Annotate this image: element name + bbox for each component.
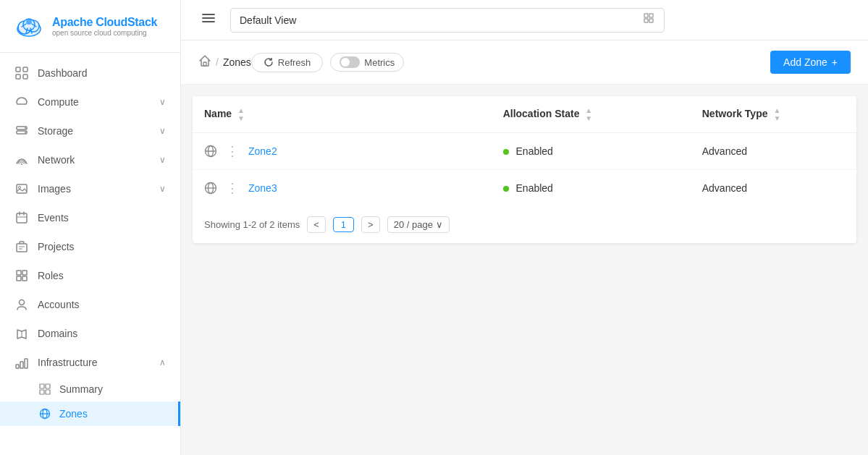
zone-ellipsis[interactable]: ⋮: [226, 180, 240, 196]
sidebar-item-dashboard[interactable]: Dashboard: [0, 59, 180, 88]
add-zone-icon: +: [832, 56, 838, 68]
logo: Apache CloudStack open source cloud comp…: [0, 0, 180, 53]
sidebar-item-label: Dashboard: [38, 67, 166, 79]
zones-table: Name ▲▼ Allocation State ▲▼ Network Type…: [193, 96, 856, 206]
next-page-button[interactable]: >: [361, 216, 380, 233]
page-1-button[interactable]: 1: [333, 217, 354, 232]
sidebar-menu: Dashboard Compute ∨ Storage ∨ Network ∨: [0, 53, 180, 455]
sidebar-item-label: Summary: [59, 383, 103, 395]
sidebar: Apache CloudStack open source cloud comp…: [0, 0, 181, 455]
menu-toggle-button[interactable]: [195, 8, 222, 32]
metrics-toggle[interactable]: Metrics: [330, 53, 404, 72]
app-subtitle: open source cloud computing: [52, 29, 157, 37]
sidebar-item-projects[interactable]: Projects: [0, 232, 180, 261]
chevron-up-icon: ∧: [159, 357, 166, 367]
svg-rect-49: [649, 19, 653, 22]
view-select-dropdown[interactable]: Default View: [230, 8, 665, 33]
sidebar-item-accounts[interactable]: Accounts: [0, 290, 180, 319]
refresh-button[interactable]: Refresh: [251, 53, 324, 72]
status-dot: [503, 186, 509, 192]
sidebar-item-storage[interactable]: Storage ∨: [0, 116, 180, 145]
sidebar-item-label: Storage: [38, 125, 159, 137]
zones-icon: [38, 408, 52, 420]
svg-rect-29: [17, 276, 21, 281]
sidebar-item-images[interactable]: Images ∨: [0, 174, 180, 203]
svg-rect-34: [20, 362, 23, 368]
sidebar-item-label: Compute: [38, 96, 159, 108]
zone-link[interactable]: Zone2: [248, 145, 277, 157]
sidebar-item-label: Roles: [38, 270, 166, 281]
dashboard-icon: [14, 66, 29, 80]
chevron-down-icon: ∨: [159, 155, 166, 165]
zone-ellipsis[interactable]: ⋮: [226, 143, 240, 159]
zone-name-cell: ⋮ Zone3: [193, 170, 492, 207]
sidebar-item-label: Accounts: [38, 299, 166, 310]
logo-text: Apache CloudStack open source cloud comp…: [52, 16, 157, 37]
svg-rect-33: [16, 365, 19, 368]
sidebar-item-label: Network: [38, 154, 159, 166]
allocation-state-cell: Enabled: [492, 170, 691, 207]
sidebar-item-summary[interactable]: Summary: [0, 377, 180, 401]
breadcrumb-bar: / Zones Refresh Metrics Add Zone +: [181, 41, 868, 85]
showing-text: Showing 1-2 of 2 items: [204, 219, 300, 230]
sidebar-item-zones[interactable]: Zones: [0, 401, 180, 426]
toggle-knob: [341, 58, 350, 67]
compute-icon: [14, 95, 29, 109]
grid-view-icon: [644, 13, 655, 27]
svg-rect-35: [25, 359, 28, 368]
svg-rect-28: [22, 271, 27, 275]
col-header-network-type[interactable]: Network Type ▲▼: [691, 96, 856, 133]
per-page-chevron: ∨: [436, 219, 443, 230]
sidebar-item-events[interactable]: Events: [0, 203, 180, 232]
home-button[interactable]: [198, 54, 211, 70]
status-dot: [503, 149, 509, 155]
zones-table-container: Name ▲▼ Allocation State ▲▼ Network Type…: [193, 96, 856, 243]
network-icon: [14, 153, 29, 167]
sort-arrows-network: ▲▼: [773, 106, 780, 122]
svg-rect-37: [46, 384, 50, 388]
domains-icon: [14, 326, 29, 341]
sidebar-item-label: Zones: [59, 408, 88, 420]
globe-icon: [204, 145, 217, 158]
sidebar-item-roles[interactable]: Roles: [0, 261, 180, 290]
allocation-state-value: Enabled: [516, 182, 553, 194]
refresh-label: Refresh: [278, 57, 311, 68]
sidebar-item-compute[interactable]: Compute ∨: [0, 88, 180, 116]
sidebar-item-label: Events: [38, 212, 166, 224]
col-header-name[interactable]: Name ▲▼: [193, 96, 492, 133]
storage-icon: [14, 124, 29, 138]
topbar: Default View: [181, 0, 868, 41]
zone-link[interactable]: Zone3: [248, 182, 277, 194]
svg-rect-46: [644, 14, 648, 17]
prev-page-button[interactable]: <: [307, 216, 326, 233]
globe-icon: [204, 182, 217, 195]
chevron-down-icon: ∨: [159, 126, 166, 136]
sidebar-item-label: Projects: [38, 241, 166, 252]
sidebar-item-infrastructure[interactable]: Infrastructure ∧: [0, 348, 180, 377]
sidebar-item-network[interactable]: Network ∨: [0, 145, 180, 174]
projects-icon: [14, 239, 29, 254]
svg-rect-39: [46, 390, 50, 394]
toggle-switch[interactable]: [340, 56, 360, 68]
sidebar-item-domains[interactable]: Domains: [0, 319, 180, 348]
breadcrumb-current: Zones: [223, 56, 251, 68]
chevron-down-icon: ∨: [159, 184, 166, 194]
per-page-select[interactable]: 20 / page ∨: [387, 216, 450, 233]
col-header-allocation-state[interactable]: Allocation State ▲▼: [492, 96, 691, 133]
svg-rect-38: [40, 390, 44, 394]
roles-icon: [14, 268, 29, 283]
pagination: Showing 1-2 of 2 items < 1 > 20 / page ∨: [193, 206, 856, 243]
svg-rect-12: [23, 75, 28, 79]
summary-icon: [38, 383, 52, 395]
svg-rect-11: [16, 75, 20, 79]
images-icon: [14, 182, 29, 196]
infrastructure-icon: [14, 355, 29, 370]
add-zone-button[interactable]: Add Zone +: [770, 51, 851, 74]
network-type-value: Advanced: [702, 182, 747, 194]
chevron-down-icon: ∨: [159, 97, 166, 107]
svg-point-17: [21, 163, 22, 165]
svg-point-4: [26, 19, 32, 25]
network-type-value: Advanced: [702, 145, 747, 157]
svg-rect-24: [17, 244, 27, 252]
add-zone-label: Add Zone: [783, 56, 827, 68]
